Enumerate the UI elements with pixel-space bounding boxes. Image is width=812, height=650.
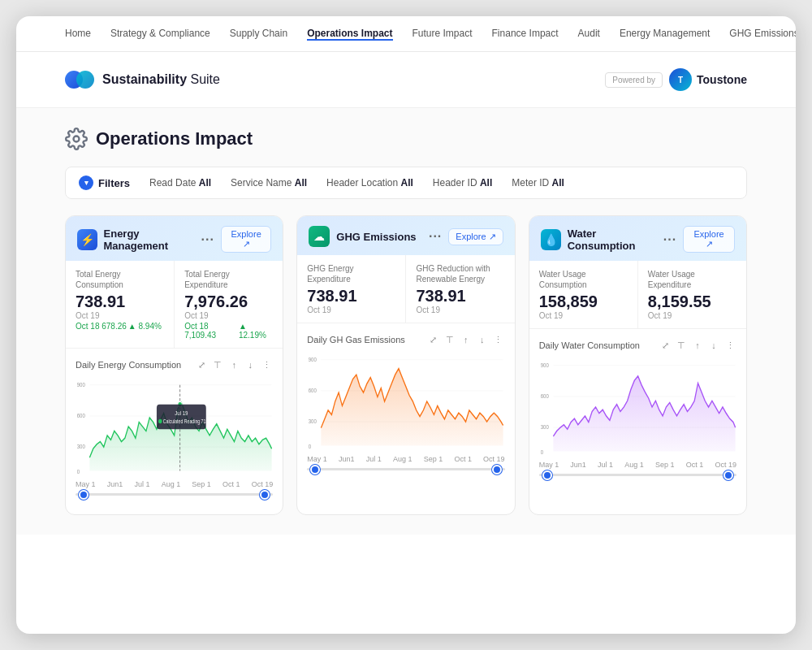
energy-consumption-change: Oct 18 678.26 ▲ 8.94% [76,322,164,331]
chevron-down-icon: ▾ [79,176,93,190]
filter-service-name[interactable]: Service Name All [231,177,307,188]
nav-item-finance-impact[interactable]: Finance Impact [492,28,559,41]
brand-name: Toustone [697,73,747,86]
up-icon[interactable]: ↑ [227,358,240,371]
ghg-dots-menu[interactable]: ··· [429,229,442,244]
water-chart-slider[interactable] [539,474,736,485]
water-filter-icon[interactable]: ⊤ [675,339,688,352]
water-expand-icon[interactable]: ⤢ [659,339,672,352]
filter-read-date[interactable]: Read Date All [149,177,211,188]
nav-item-energy-management[interactable]: Energy Management [620,28,710,41]
nav-item-ghg-emissions[interactable]: GHG Emissions [729,28,796,41]
expand-icon[interactable]: ⤢ [195,358,208,371]
water-chart-title-row: Daily Water Consumption ⤢ ⊤ ↑ ↓ ⋮ [539,339,736,352]
energy-metric-expenditure: Total Energy Expenditure 7,976.26 Oct 19… [175,261,283,348]
ghg-reduction-label: GHG Reduction with Renewable Energy [416,263,504,284]
svg-point-12 [158,419,162,423]
svg-text:300: 300 [540,424,548,431]
ghg-expand-icon[interactable]: ⤢ [427,333,440,346]
filters-button[interactable]: ▾ Filters [79,176,130,190]
ghg-slider-thumb-left[interactable] [310,465,320,474]
nav-item-strategy-compliance[interactable]: Strategy & Compliance [110,28,210,41]
header-bar: Sustainability Suite Powered by T Tousto… [16,52,796,108]
water-metrics-row: Water Usage Consumption 158,859 Oct 19 W… [529,261,746,329]
ghg-card-title: GHG Emissions [336,231,416,243]
energy-chart-label: Daily Energy Consumption [76,360,181,370]
ghg-more-icon[interactable]: ⋮ [492,333,505,346]
water-chart-controls: ⤢ ⊤ ↑ ↓ ⋮ [659,339,736,352]
ghg-icon: ☁ [309,226,330,247]
water-card: 💧 Water Consumption ··· Explore ↗ Water … [529,215,747,515]
energy-chart-controls: ⤢ ⊤ ↑ ↓ ⋮ [195,358,273,371]
more-icon[interactable]: ⋮ [260,358,273,371]
energy-prev-value: Oct 18 678.26 [76,322,127,331]
ghg-slider-thumb-right[interactable] [492,465,502,474]
logo-bold: Sustainability [102,72,187,86]
water-more-icon[interactable]: ⋮ [723,339,736,352]
gear-icon [65,128,88,150]
filter-icon[interactable]: ⊤ [211,358,224,371]
energy-x-labels: May 1Jun1Jul 1Aug 1Sep 1Oct 1Oct 19 [76,480,273,488]
ghg-down-icon[interactable]: ↓ [476,333,489,346]
water-consumption-value: 158,859 [539,292,628,311]
energy-expenditure-date: Oct 19 [184,311,273,320]
filter-header-id[interactable]: Header ID All [433,177,492,188]
filter-meter-id[interactable]: Meter ID All [512,177,564,188]
main-content: Operations Impact ▾ Filters Read Date Al… [16,108,796,535]
down-icon[interactable]: ↓ [244,358,257,371]
svg-rect-10 [157,405,206,430]
ghg-chart-svg: 900 600 300 0 [307,353,504,450]
filter-header-location[interactable]: Header Location All [326,177,413,188]
svg-text:600: 600 [540,392,548,399]
nav-item-home[interactable]: Home [65,28,91,41]
energy-slider-thumb-right[interactable] [260,490,270,500]
energy-chart-slider[interactable] [76,493,273,505]
ghg-explore-button[interactable]: Explore ↗ [448,228,503,245]
water-explore-button[interactable]: Explore ↗ [683,226,735,253]
water-expenditure-label: Water Usage Expenditure [648,269,736,290]
water-chart-label: Daily Water Consumption [539,340,640,350]
energy-expenditure-label: Total Energy Expenditure [184,269,273,290]
ghg-chart-area: Daily GH Gas Emissions ⤢ ⊤ ↑ ↓ ⋮ [297,323,514,489]
energy-change-pct: ▲ 8.94% [128,322,162,331]
powered-by: Powered by T Toustone [605,68,747,91]
energy-chart-area: Daily Energy Consumption ⤢ ⊤ ↑ ↓ ⋮ [66,349,283,514]
page-title: Operations Impact [96,128,253,150]
ghg-expenditure-value: 738.91 [307,286,395,306]
energy-chart-svg: 900 600 300 0 [76,378,273,475]
water-card-header: 💧 Water Consumption ··· Explore ↗ [529,216,746,261]
nav-item-operations-impact[interactable]: Operations Impact [307,28,392,41]
energy-consumption-label: Total Energy Consumption [76,269,164,290]
ghg-up-icon[interactable]: ↑ [460,333,473,346]
nav-item-future-impact[interactable]: Future Impact [412,28,473,41]
logo-area: Sustainability Suite [65,65,220,94]
water-down-icon[interactable]: ↓ [707,339,720,352]
nav-item-audit[interactable]: Audit [578,28,600,41]
water-consumption-date: Oct 19 [539,311,628,320]
energy-expenditure-value: 7,976.26 [184,292,273,311]
svg-text:300: 300 [309,418,317,425]
svg-text:600: 600 [77,412,85,418]
water-dots-menu[interactable]: ··· [663,232,676,247]
ghg-filter-icon[interactable]: ⊤ [443,333,456,346]
ghg-expenditure-label: GHG Energy Expenditure [307,263,395,284]
water-up-icon[interactable]: ↑ [691,339,704,352]
energy-slider-thumb-left[interactable] [79,490,89,500]
water-expenditure-value: 8,159.55 [648,292,736,311]
water-chart-area: Daily Water Consumption ⤢ ⊤ ↑ ↓ ⋮ [529,329,746,495]
energy-dots-menu[interactable]: ··· [201,232,214,247]
water-card-header-left: 💧 Water Consumption [541,228,663,252]
nav-item-supply-chain[interactable]: Supply Chain [230,28,287,41]
water-slider-thumb-left[interactable] [542,470,552,480]
ghg-chart-slider[interactable] [307,468,504,479]
water-slider-thumb-right[interactable] [723,470,733,480]
energy-icon: ⚡ [77,229,97,250]
svg-text:0: 0 [309,443,312,449]
ghg-metric-expenditure: GHG Energy Expenditure 738.91 Oct 19 [297,255,405,323]
energy-explore-button[interactable]: Explore ↗ [221,226,271,253]
svg-text:Calculated Reading 718.52: Calculated Reading 718.52 [163,418,214,424]
energy-exp-pct: ▲ 12.19% [239,322,273,340]
ghg-chart-label: Daily GH Gas Emissions [307,335,404,344]
water-metric-expenditure: Water Usage Expenditure 8,159.55 Oct 19 [638,261,746,328]
toustone-logo: T Toustone [669,68,747,91]
